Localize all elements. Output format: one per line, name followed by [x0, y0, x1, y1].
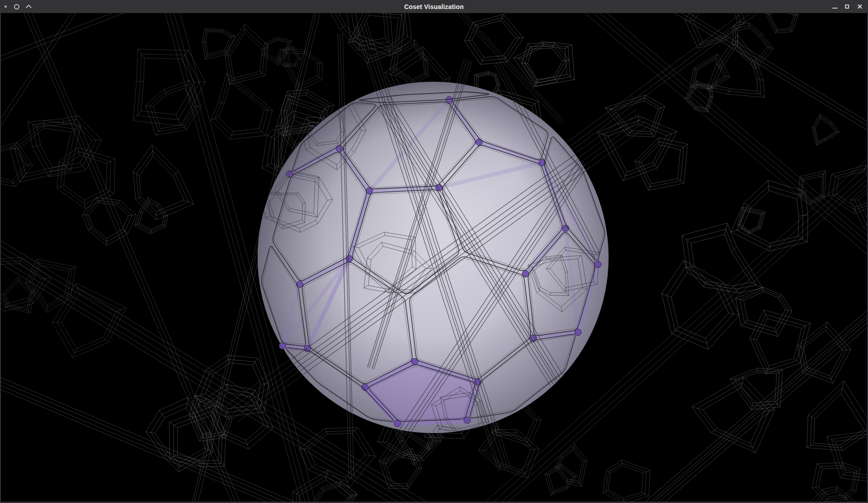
- window-title: Coset Visualization: [0, 0, 868, 13]
- dot-icon: [5, 5, 7, 8]
- viewport-canvas[interactable]: [1, 13, 867, 502]
- viewport: [0, 13, 868, 503]
- chevron-up-icon[interactable]: [27, 4, 32, 9]
- titlebar-left-icons: [5, 0, 32, 13]
- close-button[interactable]: ✕: [857, 3, 863, 10]
- app-window: Coset Visualization ✕: [0, 0, 868, 503]
- titlebar[interactable]: Coset Visualization ✕: [0, 0, 868, 13]
- circle-icon[interactable]: [14, 4, 19, 9]
- minimize-button[interactable]: [832, 8, 837, 9]
- window-controls: ✕: [832, 0, 863, 13]
- maximize-button[interactable]: [845, 5, 849, 9]
